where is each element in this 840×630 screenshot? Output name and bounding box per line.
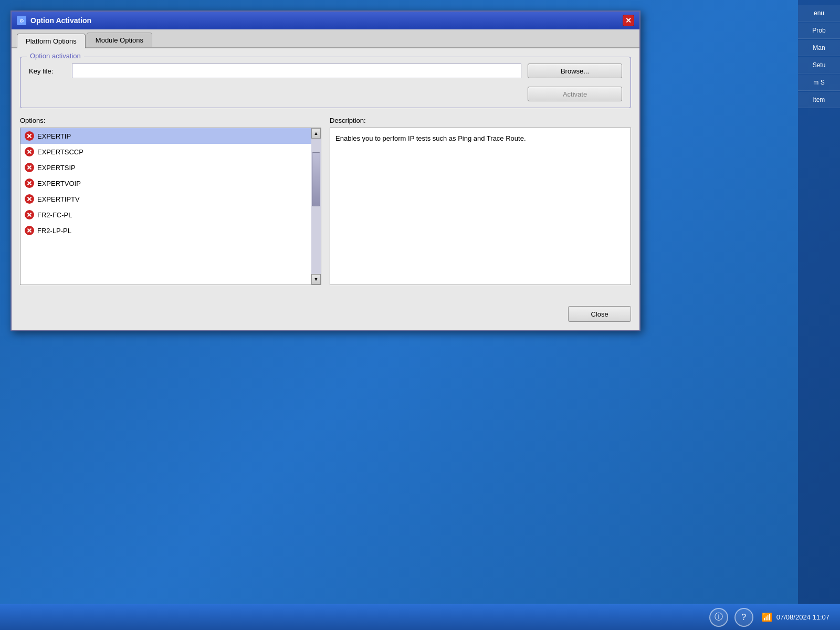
dialog-footer: Close [12,302,639,330]
disabled-icon [25,194,34,204]
action-buttons: Browse... Activate [528,64,622,101]
scroll-track [311,139,321,274]
description-box: Enables you to perform IP tests such as … [330,128,631,285]
sidebar-item-menu[interactable]: enu [798,5,840,22]
title-bar-left: ⚙ Option Activation [17,16,91,25]
sidebar-item-setu[interactable]: Setu [798,57,840,74]
sidebar-item-ms[interactable]: m S [798,75,840,91]
signal-icon: 📶 [762,612,772,622]
desktop: enu Prob Man Setu m S item ⚙ Option Acti… [0,0,840,630]
key-file-label: Key file: [29,67,66,75]
sidebar-item-prob[interactable]: Prob [798,23,840,39]
key-area: Key file: Browse... Activate [29,64,622,101]
tab-module[interactable]: Module Options [87,33,152,47]
browse-button[interactable]: Browse... [528,64,622,78]
options-scrollbar[interactable]: ▲ ▼ [311,128,321,285]
tab-platform[interactable]: Platform Options [17,34,86,48]
scroll-up-arrow[interactable]: ▲ [311,128,321,139]
option-name: EXPERTIP [37,132,71,140]
option-name: EXPERTSIP [37,164,76,172]
options-list: EXPERTIP EXPERTSCCP EXPERTSIP [20,128,311,285]
tray-icons: ⓘ ? [709,608,753,627]
close-dialog-button[interactable]: Close [568,306,631,322]
title-bar: ⚙ Option Activation ✕ [12,12,639,29]
sidebar-right: enu Prob Man Setu m S item [798,0,840,604]
key-area-left: Key file: [29,64,521,85]
tab-bar: Platform Options Module Options [12,29,639,48]
taskbar: ⓘ ? 📶 07/08/2024 11:07 [0,604,840,630]
disabled-icon [25,147,34,156]
disabled-icon [25,178,34,188]
dialog-icon: ⚙ [17,16,26,25]
option-name: EXPERTIPTV [37,195,80,203]
group-box-title: Option activation [27,52,84,60]
option-name: EXPERTSCCP [37,148,83,156]
disabled-icon [25,163,34,172]
options-section: Options: EXPERTIP EXPERTSCCP [20,117,321,285]
list-item[interactable]: FR2-FC-PL [20,207,311,223]
options-list-container: EXPERTIP EXPERTSCCP EXPERTSIP [20,128,321,285]
close-button[interactable]: ✕ [623,15,634,26]
list-item[interactable]: EXPERTSIP [20,160,311,175]
options-label: Options: [20,117,321,124]
disabled-icon [25,210,34,219]
option-name: FR2-FC-PL [37,211,72,219]
list-item[interactable]: FR2-LP-PL [20,223,311,238]
scroll-thumb[interactable] [312,152,320,206]
scroll-down-arrow[interactable]: ▼ [311,274,321,285]
key-file-input[interactable] [72,64,521,78]
taskbar-clock: 📶 07/08/2024 11:07 [762,612,830,622]
dialog-title: Option Activation [30,16,91,25]
key-file-row: Key file: [29,64,521,78]
list-item[interactable]: EXPERTSCCP [20,144,311,160]
list-item[interactable]: EXPERTIP [20,128,311,144]
disabled-icon [25,131,34,141]
option-name: FR2-LP-PL [37,227,71,235]
option-activation-group: Option activation Key file: Browse... Ac… [20,57,631,108]
dialog-content: Option activation Key file: Browse... Ac… [12,48,639,302]
help-icon-button[interactable]: ? [734,608,753,627]
list-item[interactable]: EXPERTVOIP [20,175,311,191]
sidebar-item-item[interactable]: item [798,92,840,108]
info-icon-button[interactable]: ⓘ [709,608,728,627]
dialog-overlay: ⚙ Option Activation ✕ Platform Options M… [0,0,798,604]
description-label: Description: [330,117,631,124]
disabled-icon [25,226,34,235]
dialog-window: ⚙ Option Activation ✕ Platform Options M… [10,10,640,331]
description-section: Description: Enables you to perform IP t… [330,117,631,285]
list-item[interactable]: EXPERTIPTV [20,191,311,207]
clock-datetime: 07/08/2024 11:07 [776,613,830,621]
options-description-area: Options: EXPERTIP EXPERTSCCP [20,117,631,285]
activate-button[interactable]: Activate [528,87,622,101]
sidebar-item-man[interactable]: Man [798,40,840,56]
option-name: EXPERTVOIP [37,180,81,187]
